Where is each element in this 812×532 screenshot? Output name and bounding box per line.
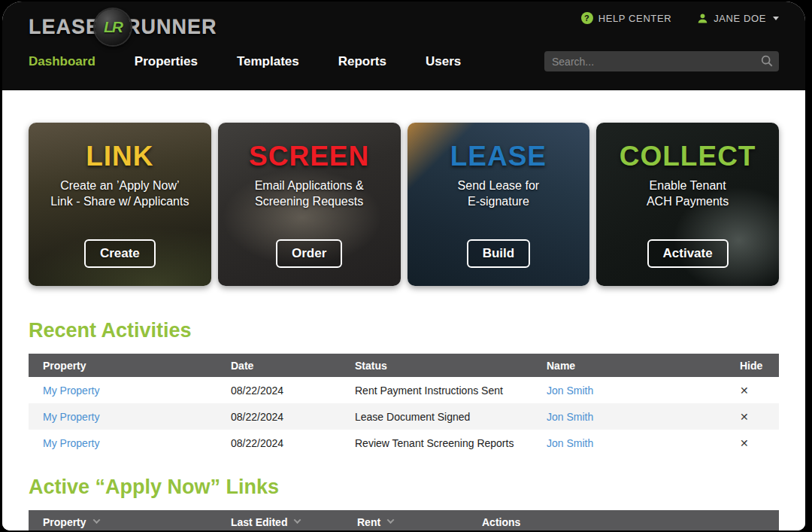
table-row: My Property 08/22/2024 Review Tenant Scr… xyxy=(29,430,779,456)
user-name-label: JANE DOE xyxy=(714,13,766,24)
col-header-property: Property xyxy=(43,516,86,528)
col-header-property: Property xyxy=(29,360,217,372)
card-collect-subtitle: Enable Tenant ACH Payments xyxy=(647,178,729,209)
app-window: LEASE LR RUNNER ? HELP CENTER xyxy=(2,2,805,530)
order-button[interactable]: Order xyxy=(276,239,342,268)
chevron-down-icon xyxy=(387,516,395,524)
card-collect-line1: Enable Tenant xyxy=(647,178,729,193)
topbar-row-1: LEASE LR RUNNER ? HELP CENTER xyxy=(29,2,779,45)
col-header-hide: Hide xyxy=(717,360,779,372)
main-nav: Dashboard Properties Templates Reports U… xyxy=(29,54,461,69)
search-icon[interactable] xyxy=(760,54,774,71)
user-menu[interactable]: JANE DOE xyxy=(697,13,779,24)
sort-header-rent[interactable]: Rent xyxy=(357,516,393,528)
build-button[interactable]: Build xyxy=(467,239,531,268)
hide-row-icon[interactable]: ✕ xyxy=(740,385,749,397)
nav-item-properties[interactable]: Properties xyxy=(135,54,198,69)
card-link-line1: Create an ’Apply Now’ xyxy=(50,178,189,193)
col-header-actions: Actions xyxy=(468,516,779,528)
logo-text-lease: LEASE xyxy=(29,16,100,39)
status-cell: Review Tenant Screening Reports xyxy=(341,437,532,449)
name-link[interactable]: Jon Smith xyxy=(547,385,593,397)
help-center-label: HELP CENTER xyxy=(598,13,671,24)
property-link[interactable]: My Property xyxy=(43,437,99,449)
topbar-row-2: Dashboard Properties Templates Reports U… xyxy=(29,51,779,71)
card-link-subtitle: Create an ’Apply Now’ Link - Share w/ Ap… xyxy=(50,178,189,209)
nav-item-reports[interactable]: Reports xyxy=(338,54,386,69)
status-cell: Lease Document Signed xyxy=(341,411,532,423)
property-link[interactable]: My Property xyxy=(43,385,99,397)
name-link[interactable]: Jon Smith xyxy=(547,411,593,423)
card-screen-line2: Screening Requests xyxy=(255,193,364,209)
recent-activities-header-row: Property Date Status Name Hide xyxy=(29,354,779,377)
recent-activities-table: Property Date Status Name Hide My Proper… xyxy=(29,354,779,456)
date-cell: 08/22/2024 xyxy=(217,411,341,423)
leaserunner-logo[interactable]: LEASE LR RUNNER xyxy=(29,9,217,45)
card-screen: SCREEN Email Applications & Screening Re… xyxy=(218,123,401,286)
col-header-rent: Rent xyxy=(357,516,380,528)
search-box xyxy=(544,51,779,71)
status-cell: Rent Payment Instructions Sent xyxy=(341,385,532,397)
card-lease-subtitle: Send Lease for E-signature xyxy=(458,178,540,209)
card-link-line2: Link - Share w/ Applicants xyxy=(50,193,189,209)
nav-item-users[interactable]: Users xyxy=(426,54,461,69)
screenshot-stage: LEASE LR RUNNER ? HELP CENTER xyxy=(0,0,812,532)
chevron-down-icon xyxy=(294,516,301,524)
table-row: My Property 08/22/2024 Lease Document Si… xyxy=(29,403,779,430)
col-header-name: Name xyxy=(532,360,717,372)
activate-button[interactable]: Activate xyxy=(647,239,729,268)
card-screen-title: SCREEN xyxy=(249,141,369,172)
card-link: LINK Create an ’Apply Now’ Link - Share … xyxy=(29,123,211,286)
card-lease: LEASE Send Lease for E-signature Build xyxy=(408,123,590,286)
recent-activities-title: Recent Activities xyxy=(29,319,779,342)
date-cell: 08/22/2024 xyxy=(217,385,341,397)
nav-item-templates[interactable]: Templates xyxy=(237,54,299,69)
help-question-icon: ? xyxy=(581,12,593,24)
name-link[interactable]: Jon Smith xyxy=(547,437,593,449)
apply-now-links-table: Property Last Edited Rent xyxy=(29,510,779,530)
topbar-right: ? HELP CENTER JANE DOE xyxy=(581,9,779,24)
date-cell: 08/22/2024 xyxy=(217,437,341,449)
sort-header-last-edited[interactable]: Last Edited xyxy=(231,516,300,528)
card-lease-line1: Send Lease for xyxy=(458,178,540,193)
logo-lr-icon: LR xyxy=(95,9,131,45)
create-button[interactable]: Create xyxy=(84,239,156,268)
hide-row-icon[interactable]: ✕ xyxy=(740,411,749,423)
card-link-title: LINK xyxy=(86,141,153,172)
card-collect-line2: ACH Payments xyxy=(647,193,729,209)
help-center-link[interactable]: ? HELP CENTER xyxy=(581,12,671,24)
logo-text-runner: RUNNER xyxy=(126,16,217,39)
user-person-icon xyxy=(697,13,708,24)
chevron-down-icon xyxy=(92,516,100,524)
col-header-date: Date xyxy=(217,360,341,372)
main-content: LINK Create an ’Apply Now’ Link - Share … xyxy=(2,90,805,530)
topbar: LEASE LR RUNNER ? HELP CENTER xyxy=(2,2,805,90)
card-screen-line1: Email Applications & xyxy=(255,178,364,193)
nav-item-dashboard[interactable]: Dashboard xyxy=(29,54,95,69)
table-row: My Property 08/22/2024 Rent Payment Inst… xyxy=(29,377,779,403)
col-header-status: Status xyxy=(341,360,532,372)
col-header-last-edited: Last Edited xyxy=(231,516,287,528)
card-lease-line2: E-signature xyxy=(458,193,540,209)
card-screen-subtitle: Email Applications & Screening Requests xyxy=(255,178,364,209)
card-collect: COLLECT Enable Tenant ACH Payments Activ… xyxy=(596,123,779,286)
action-cards: LINK Create an ’Apply Now’ Link - Share … xyxy=(29,123,779,286)
card-collect-title: COLLECT xyxy=(620,141,756,172)
apply-now-links-title: Active “Apply Now” Links xyxy=(29,476,779,499)
chevron-down-icon xyxy=(773,17,779,20)
hide-row-icon[interactable]: ✕ xyxy=(740,437,749,449)
sort-header-property[interactable]: Property xyxy=(43,516,99,528)
card-lease-title: LEASE xyxy=(450,141,547,172)
search-input[interactable] xyxy=(544,51,779,71)
property-link[interactable]: My Property xyxy=(43,411,99,423)
logo-monogram: LR xyxy=(104,18,122,36)
apply-now-header-row: Property Last Edited Rent xyxy=(29,510,779,530)
